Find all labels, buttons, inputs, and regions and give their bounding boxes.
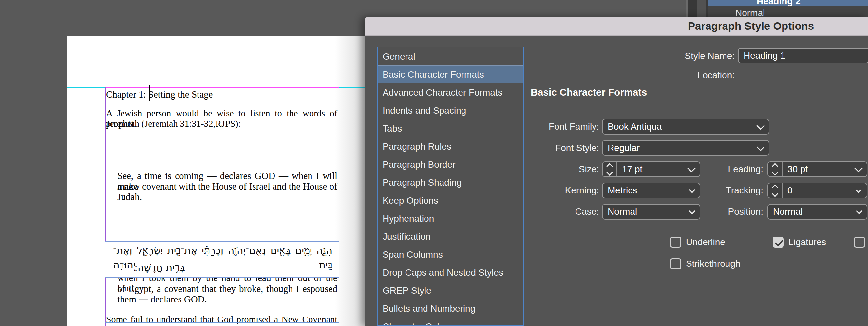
- sidebar-item-label: Bullets and Numbering: [382, 303, 475, 314]
- doc-heading: Chapter 1: Setting the Stage: [106, 89, 213, 99]
- size-label: Size:: [491, 164, 599, 175]
- location-label: Location:: [623, 70, 735, 81]
- chevron-down-icon[interactable]: [850, 162, 867, 176]
- paragraph-style-options-dialog: Paragraph Style Options General Basic Ch…: [365, 17, 868, 326]
- sidebar-item-label: Advanced Character Formats: [382, 87, 502, 98]
- style-name-input[interactable]: Heading 1: [738, 48, 868, 63]
- sidebar-item[interactable]: Advanced Character Formats: [378, 84, 523, 101]
- strikethrough-label: Strikethrough: [686, 258, 741, 269]
- sidebar-item-label: Justification: [382, 231, 430, 241]
- stepper-arrows-icon[interactable]: [768, 162, 782, 176]
- indesign-workspace: Chapter 1: Setting the Stage A Jewish pe…: [0, 0, 868, 326]
- kerning-label: Kerning:: [491, 185, 599, 196]
- font-family-label: Font Family:: [491, 121, 599, 132]
- sidebar-item[interactable]: Span Columns: [378, 246, 523, 263]
- chevron-down-icon[interactable]: [850, 183, 867, 198]
- stepper-arrows-icon[interactable]: [603, 162, 617, 176]
- text-frame-top-border[interactable]: [105, 87, 339, 88]
- sidebar-item[interactable]: Character Color: [378, 318, 523, 326]
- doc-para1-line2: Jeremiah (Jeremiah 31:31-32,RJPS):: [106, 119, 241, 129]
- sidebar-item-label: Paragraph Border: [382, 159, 456, 169]
- sidebar-item-label: Hyphenation: [382, 214, 434, 224]
- sidebar-item-label: Keep Options: [382, 195, 438, 205]
- case-label: Case:: [491, 206, 599, 217]
- edge-partial-checkbox[interactable]: [854, 237, 865, 248]
- stepper-arrows-icon[interactable]: [768, 183, 782, 198]
- panel-gutter: [688, 0, 697, 17]
- sidebar-item-label: Paragraph Shading: [382, 177, 462, 188]
- doc-quote2-line3: them — declares GOD.: [117, 294, 207, 304]
- sidebar-item-label: Basic Character Formats: [382, 69, 484, 79]
- sidebar-item-label: Paragraph Rules: [382, 141, 452, 152]
- sidebar-item-label: Indents and Spacing: [382, 105, 466, 116]
- doc-quote2-line2: of Egypt, a covenant that they broke, th…: [117, 284, 337, 294]
- sidebar-item[interactable]: Justification: [378, 227, 523, 246]
- sidebar-item[interactable]: Drop Caps and Nested Styles: [378, 263, 523, 282]
- doc-quote1-line2: a new covenant with the House of Israel …: [117, 181, 337, 192]
- styles-panel-selected-row[interactable]: Heading 2: [709, 0, 868, 6]
- style-name-label: Style Name:: [623, 51, 735, 62]
- page-edge-shadow: [335, 36, 365, 326]
- sidebar-item-label: Drop Caps and Nested Styles: [382, 267, 503, 278]
- sidebar-item-label: GREP Style: [382, 285, 431, 296]
- position-value: Normal: [768, 206, 851, 217]
- sidebar-item[interactable]: Basic Character Formats: [378, 65, 523, 84]
- sidebar-item[interactable]: Bullets and Numbering: [378, 299, 523, 318]
- tracking-label: Tracking:: [655, 185, 763, 196]
- sidebar-item[interactable]: GREP Style: [378, 282, 523, 299]
- font-family-value: Book Antiqua: [603, 122, 752, 132]
- panel-gutter2: [706, 0, 709, 17]
- section-heading: Basic Character Formats: [531, 87, 647, 98]
- panel-scrollbar[interactable]: [697, 0, 706, 17]
- leading-value: 30 pt: [782, 164, 850, 174]
- text-frame-right-border[interactable]: [339, 87, 339, 326]
- underline-checkbox[interactable]: [670, 237, 681, 248]
- doc-quote1-line3: Judah.: [117, 192, 142, 202]
- frame-boundary-blue-line: [105, 322, 339, 323]
- tracking-value: 0: [782, 185, 850, 196]
- strikethrough-checkbox[interactable]: [670, 258, 681, 269]
- dialog-titlebar[interactable]: Paragraph Style Options: [365, 17, 868, 36]
- font-style-label: Font Style:: [491, 142, 599, 154]
- doc-hebrew-line2: בְּרִ֥ית חֲדָשָֽׁה:: [134, 261, 185, 275]
- sidebar-item[interactable]: General: [378, 47, 523, 65]
- sidebar-item[interactable]: Indents and Spacing: [378, 101, 523, 120]
- leading-stepper[interactable]: 30 pt: [768, 161, 867, 177]
- styles-panel-selected-label: Heading 2: [756, 0, 801, 6]
- ligatures-label: Ligatures: [788, 237, 826, 248]
- font-style-value: Regular: [603, 143, 752, 153]
- sidebar-item-label: Span Columns: [382, 250, 443, 260]
- chevron-down-icon[interactable]: [752, 141, 769, 155]
- font-family-select[interactable]: Book Antiqua: [602, 119, 769, 134]
- leading-label: Leading:: [655, 164, 763, 175]
- dialog-title: Paragraph Style Options: [688, 17, 814, 35]
- position-label: Position:: [655, 206, 763, 217]
- sidebar-item-label: General: [382, 52, 415, 62]
- sidebar-item-label: Tabs: [382, 123, 402, 134]
- position-select[interactable]: Normal: [768, 204, 867, 220]
- tracking-stepper[interactable]: 0: [768, 183, 867, 198]
- panel-divider[interactable]: [686, 0, 688, 17]
- sidebar-item-label: Character Color: [382, 321, 447, 326]
- font-style-select[interactable]: Regular: [602, 140, 769, 156]
- chevron-down-icon[interactable]: [752, 120, 769, 134]
- styles-panel-item-normal[interactable]: Normal: [735, 8, 765, 17]
- doc-para2-line1: Some fail to understand that God promise…: [106, 314, 337, 325]
- ligatures-checkbox[interactable]: [773, 237, 784, 248]
- chevron-down-icon[interactable]: [851, 204, 867, 219]
- paragraph-styles-panel[interactable]: Heading 2 Normal: [686, 0, 868, 17]
- underline-label: Underline: [686, 237, 725, 248]
- text-cursor: [149, 85, 150, 101]
